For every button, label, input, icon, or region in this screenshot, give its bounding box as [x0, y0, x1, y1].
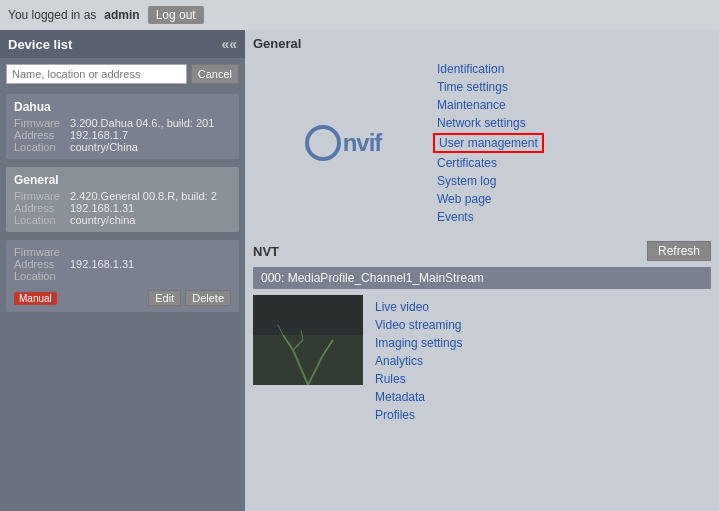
svg-rect-1: [253, 335, 363, 385]
address-value-general: 192.168.1.31: [70, 202, 134, 214]
link-video-streaming[interactable]: Video streaming: [371, 317, 466, 333]
link-analytics[interactable]: Analytics: [371, 353, 466, 369]
location-label-general: Location: [14, 214, 66, 226]
edit-button[interactable]: Edit: [148, 290, 181, 306]
nvt-section: NVT Refresh 000: MediaProfile_Channel1_M…: [245, 235, 719, 511]
address-value-dahua: 192.168.1.7: [70, 129, 128, 141]
firmware-value-dahua: 3.200.Dahua 04.6., build: 201: [70, 117, 214, 129]
device-item-general[interactable]: General Firmware 2.420.General 00.8.R, b…: [6, 167, 239, 232]
manual-badge: Manual: [14, 292, 57, 305]
link-network-settings[interactable]: Network settings: [433, 115, 544, 131]
general-content: nvif Identification Time settings Mainte…: [253, 57, 711, 229]
link-certificates[interactable]: Certificates: [433, 155, 544, 171]
edit-delete-row: Edit Delete: [148, 290, 231, 306]
address-value-manual: 192.168.1.31: [70, 258, 134, 270]
logout-button[interactable]: Log out: [148, 6, 204, 24]
firmware-value-general: 2.420.General 00.8.R, build: 2: [70, 190, 217, 202]
nvt-content: Live video Video streaming Imaging setti…: [253, 295, 711, 427]
main-layout: Device list «« Cancel Dahua Firmware 3.2…: [0, 30, 719, 511]
general-section: General nvif Identification Time setting…: [245, 30, 719, 235]
collapse-icon[interactable]: ««: [221, 36, 237, 52]
nvt-links: Live video Video streaming Imaging setti…: [371, 295, 466, 427]
left-panel: Device list «« Cancel Dahua Firmware 3.2…: [0, 30, 245, 511]
link-live-video[interactable]: Live video: [371, 299, 466, 315]
link-maintenance[interactable]: Maintenance: [433, 97, 544, 113]
general-links: Identification Time settings Maintenance…: [433, 57, 544, 229]
onvif-text: nvif: [343, 129, 382, 157]
link-imaging-settings[interactable]: Imaging settings: [371, 335, 466, 351]
top-bar: You logged in as admin Log out: [0, 0, 719, 30]
address-label-manual: Address: [14, 258, 66, 270]
nvt-header: NVT Refresh: [253, 241, 711, 261]
camera-thumbnail: [253, 295, 363, 385]
media-profile-bar[interactable]: 000: MediaProfile_Channel1_MainStream: [253, 267, 711, 289]
panel-title: Device list: [8, 37, 72, 52]
device-name-general: General: [14, 173, 231, 187]
link-web-page[interactable]: Web page: [433, 191, 544, 207]
delete-button[interactable]: Delete: [185, 290, 231, 306]
right-panel: General nvif Identification Time setting…: [245, 30, 719, 511]
username: admin: [104, 8, 139, 22]
link-profiles[interactable]: Profiles: [371, 407, 466, 423]
link-metadata[interactable]: Metadata: [371, 389, 466, 405]
location-label-dahua: Location: [14, 141, 66, 153]
panel-header: Device list ««: [0, 30, 245, 58]
firmware-label-dahua: Firmware: [14, 117, 66, 129]
onvif-logo: nvif: [305, 125, 382, 161]
onvif-circle: [305, 125, 341, 161]
nvt-title: NVT: [253, 244, 279, 259]
location-value-dahua: country/China: [70, 141, 138, 153]
general-title: General: [253, 36, 711, 51]
cancel-button[interactable]: Cancel: [191, 64, 239, 84]
refresh-button[interactable]: Refresh: [647, 241, 711, 261]
location-label-manual: Location: [14, 270, 66, 282]
link-events[interactable]: Events: [433, 209, 544, 225]
link-rules[interactable]: Rules: [371, 371, 466, 387]
link-system-log[interactable]: System log: [433, 173, 544, 189]
onvif-logo-area: nvif: [253, 57, 433, 229]
firmware-label-manual: Firmware: [14, 246, 66, 258]
device-item-manual[interactable]: Firmware Address 192.168.1.31 Location M…: [6, 240, 239, 312]
location-value-general: country/china: [70, 214, 135, 226]
address-label-dahua: Address: [14, 129, 66, 141]
search-row: Cancel: [0, 58, 245, 90]
link-user-management[interactable]: User management: [433, 133, 544, 153]
logged-in-text: You logged in as: [8, 8, 96, 22]
link-time-settings[interactable]: Time settings: [433, 79, 544, 95]
search-input[interactable]: [6, 64, 187, 84]
link-identification[interactable]: Identification: [433, 61, 544, 77]
firmware-label-general: Firmware: [14, 190, 66, 202]
address-label-general: Address: [14, 202, 66, 214]
device-item-dahua[interactable]: Dahua Firmware 3.200.Dahua 04.6., build:…: [6, 94, 239, 159]
device-name-dahua: Dahua: [14, 100, 231, 114]
